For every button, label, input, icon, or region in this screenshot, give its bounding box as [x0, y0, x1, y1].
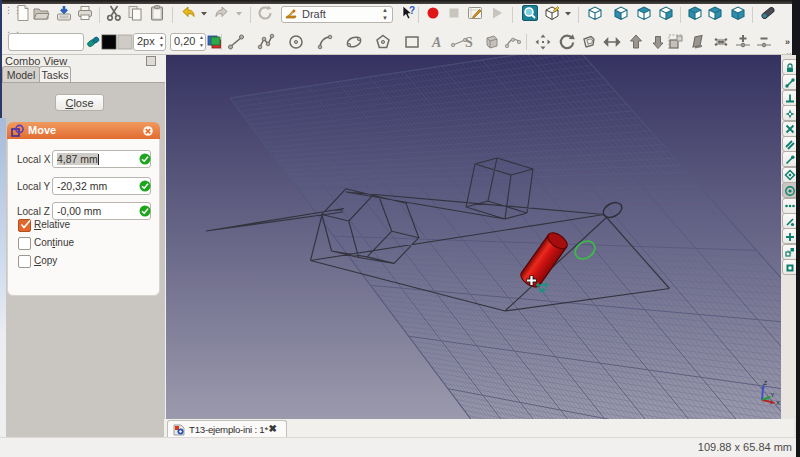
svg-text:Z: Z — [764, 380, 768, 386]
svg-text:S: S — [465, 35, 473, 50]
svg-text:A: A — [431, 35, 441, 50]
svg-text:X: X — [776, 400, 780, 406]
svg-text:Y: Y — [771, 392, 775, 398]
svg-text:?: ? — [409, 5, 415, 16]
